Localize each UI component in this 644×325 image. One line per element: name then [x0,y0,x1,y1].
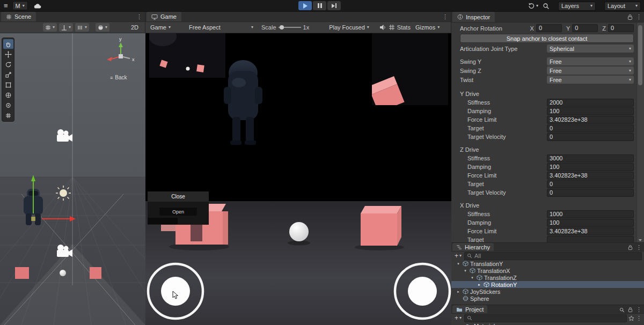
anchor-rotation-y-input[interactable]: 0 [572,24,598,32]
collapse-arrow-icon[interactable]: ▾ [463,269,468,273]
panel-menu-icon[interactable]: ⋮ [636,244,642,251]
list-item[interactable]: ▸ Materials [451,322,644,325]
game-viewport[interactable]: Close Open [145,33,451,325]
view-hand-tool[interactable] [3,39,13,49]
damping-input[interactable]: 100 [547,163,634,171]
undo-history-button[interactable]: ▾ [528,2,538,10]
layers-dropdown[interactable]: Layers ▾ [558,2,596,11]
rotate-tool[interactable] [3,60,13,69]
top-toolbar: ≡ M ▾ ▾ Layers ▾ Layout [0,0,644,12]
search-button[interactable] [543,3,550,10]
anchor-rotation-z-input[interactable]: 0 [608,24,634,32]
tab-inspector[interactable]: Inspector [452,12,495,22]
scene-viewport[interactable]: y x ≡ Back [0,33,145,325]
draw-mode-dropdown[interactable]: ▾ [43,23,57,32]
lighting-dropdown[interactable]: ▾ [75,23,89,32]
project-search-input[interactable] [464,314,627,322]
add-asset-button[interactable]: +▾ [453,314,463,322]
inspector-scrollbar[interactable] [636,23,644,242]
force-limit-input[interactable]: 3.402823e+38 [547,227,634,235]
search-icon[interactable] [619,307,625,313]
tab-scene[interactable]: Scene [1,12,36,21]
shading-dropdown[interactable]: ▾ [96,23,109,32]
vsync-grid-button[interactable] [389,24,395,31]
rect-tool[interactable] [3,80,13,90]
force-limit-input[interactable]: 3.402823e+38 [547,116,634,124]
play-button[interactable] [298,1,312,10]
joint-type-dropdown[interactable]: Spherical ▾ [547,45,634,53]
transform-tool[interactable] [3,90,13,100]
scale-tool[interactable] [3,70,13,79]
lock-icon[interactable] [628,245,633,250]
panel-menu-icon[interactable]: ⋮ [636,315,642,322]
list-item[interactable]: ▾ TranslationX [451,267,644,274]
pause-button[interactable] [313,1,326,10]
stiffness-input[interactable]: 3000 [547,154,634,162]
x-drive-section[interactable]: X Drive [451,201,637,210]
scale-slider[interactable] [279,24,301,31]
layout-dropdown[interactable]: Layout ▾ [604,2,641,11]
target-velocity-input[interactable]: 0 [547,189,634,197]
expand-arrow-icon[interactable]: ▸ [456,290,461,294]
damping-input[interactable]: 100 [547,107,634,115]
lock-icon[interactable] [627,14,633,20]
list-item-selected[interactable]: ▸ RotationY [451,281,644,288]
stiffness-input[interactable]: 1000 [547,210,634,218]
hamburger-menu-icon[interactable]: ≡ [4,2,8,10]
close-button[interactable]: Close [148,191,209,202]
target-input[interactable]: 0 [547,180,634,188]
target-input[interactable] [547,236,634,243]
panel-menu-icon[interactable]: ⋮ [136,13,142,20]
aspect-ratio-dropdown[interactable]: Free Aspect ▾ [186,23,256,32]
favorites-star-icon[interactable] [628,315,634,321]
gizmos-dropdown[interactable]: Gizmos ▾ [413,23,442,32]
snap-anchor-button[interactable]: Snap anchor to closest contact [460,34,634,43]
tab-project[interactable]: Project [452,305,487,313]
damping-input[interactable]: 100 [547,219,634,227]
cloud-icon[interactable] [33,3,42,9]
lock-icon[interactable] [628,307,633,313]
list-item[interactable]: ▾ TranslationY [451,260,644,267]
custom-tool[interactable] [3,100,13,110]
panel-menu-icon[interactable]: ⋮ [636,13,642,20]
y-drive-section[interactable]: Y Drive [451,89,637,98]
play-focused-dropdown[interactable]: Play Focused ▾ [326,23,372,32]
hierarchy-search-input[interactable]: All [464,252,642,260]
view-options-dropdown[interactable]: ▾ [59,23,73,32]
list-item[interactable]: ▸ JoyStickers [451,288,644,295]
anchor-rotation-x-input[interactable]: 0 [536,24,562,32]
display-dropdown[interactable]: Game ▾ [148,23,184,32]
collapse-arrow-icon[interactable]: ▾ [470,276,475,280]
mute-audio-button[interactable] [379,24,386,31]
field-label: Articulation Joint Type [460,46,547,52]
stats-button[interactable]: Stats [397,24,411,31]
force-limit-input[interactable]: 3.402823e+38 [547,172,634,180]
scrollbar-thumb[interactable] [638,25,642,85]
list-item[interactable]: ▾ TranslationZ [451,274,644,281]
inspector-tab-icon [457,14,463,20]
move-tool[interactable] [3,49,13,59]
z-drive-section[interactable]: Z Drive [451,145,637,154]
scroll-down-icon[interactable] [639,239,642,241]
tab-hierarchy[interactable]: Hierarchy [452,243,494,251]
open-button[interactable]: Open [159,208,197,216]
grid-snap-tool[interactable] [3,110,13,120]
twist-dropdown[interactable]: Free ▾ [547,76,634,84]
swing-z-dropdown[interactable]: Free ▾ [547,67,634,75]
add-object-button[interactable]: +▾ [453,252,463,260]
tab-game[interactable]: Game [147,12,181,21]
stiffness-input[interactable]: 2000 [547,99,634,107]
panel-menu-icon[interactable]: ⋮ [636,306,642,313]
panel-menu-icon[interactable]: ⋮ [442,13,448,20]
collapse-arrow-icon[interactable]: ▾ [456,262,461,266]
list-item[interactable]: Sphere [451,295,644,302]
view-orientation-label[interactable]: ≡ Back [110,75,127,80]
target-velocity-input[interactable]: 0 [547,133,634,141]
pause-icon [318,3,322,8]
swing-y-dropdown[interactable]: Free ▾ [547,57,634,65]
account-dropdown[interactable]: M ▾ [12,1,28,10]
toggle-2d-button[interactable]: 2D [131,24,138,31]
expand-arrow-icon[interactable]: ▸ [477,283,482,287]
step-button[interactable] [327,1,341,10]
target-input[interactable]: 0 [547,124,634,132]
